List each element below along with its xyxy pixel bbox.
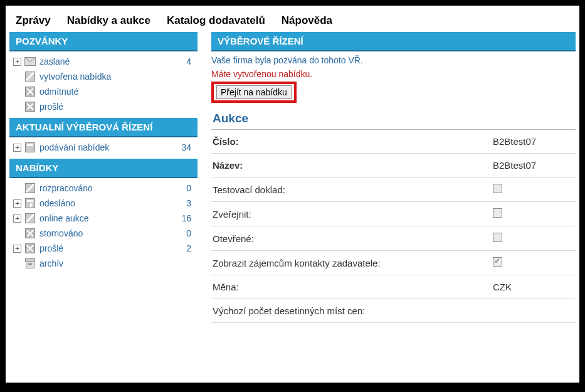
sidebar-item-pozvanky-3[interactable]: +prošlé (9, 99, 198, 114)
sidebar-section-nabidky-title: NABÍDKY (9, 159, 198, 178)
checkbox-3[interactable] (493, 208, 502, 218)
detail-value (493, 233, 574, 244)
detail-label: Číslo: (213, 136, 493, 147)
detail-row-0: Číslo:B2Btest07 (211, 130, 576, 154)
detail-label: Zobrazit zájemcům kontakty zadavatele: (213, 258, 493, 268)
sidebar-item-label: zaslané (40, 56, 186, 66)
doc-arrow-icon (24, 198, 36, 208)
sidebar-section-aktualni-title: AKTUALNÍ VÝBĚROVÁ ŘÍZENÍ (9, 118, 198, 137)
sidebar-item-nabidkySec-5[interactable]: +archív (9, 256, 198, 271)
status-line-2: Máte vytvořenou nabídku. (211, 69, 576, 79)
detail-value (493, 257, 574, 268)
sidebar-item-label: podávání nabídek (40, 142, 181, 152)
expand-icon[interactable]: + (13, 215, 21, 223)
detail-value (493, 184, 574, 195)
sidebar-item-pozvanky-2[interactable]: +odmítnuté (9, 84, 198, 99)
detail-value: B2Btest07 (493, 136, 574, 147)
detail-row-1: Název:B2Btest07 (211, 154, 576, 177)
sidebar: POZVÁNKY +zaslané4+vytvořena nabídka+odm… (9, 32, 198, 323)
sidebar-section-aktualni: +podávání nabídek34 (9, 140, 198, 155)
sidebar-item-label: rozpracováno (40, 183, 186, 193)
detail-row-6: Měna:CZK (211, 275, 576, 299)
svg-rect-25 (26, 262, 34, 268)
svg-rect-9 (26, 143, 35, 152)
detail-label: Měna: (213, 282, 493, 292)
sidebar-item-count: 2 (186, 243, 192, 253)
detail-value: B2Btest07 (493, 160, 574, 171)
expand-icon[interactable]: + (13, 58, 21, 66)
detail-rows: Číslo:B2Btest07Název:B2Btest07Testovací … (211, 130, 576, 323)
status-line-1: Vaše firma byla pozvána do tohoto VŘ. (211, 55, 576, 65)
sidebar-item-label: online aukce (40, 213, 181, 223)
sidebar-item-aktualni-0[interactable]: +podávání nabídek34 (9, 140, 198, 155)
doc-bar-icon (24, 142, 36, 152)
detail-value (493, 208, 574, 220)
main-panel: VÝBĚROVÉ ŘÍZENÍ Vaše firma byla pozvána … (211, 32, 579, 323)
detail-label: Zveřejnit: (213, 209, 493, 220)
svg-rect-14 (27, 200, 33, 202)
checkbox-5[interactable] (493, 257, 502, 267)
envelope-icon (24, 56, 36, 66)
detail-label: Název: (213, 160, 493, 171)
checkbox-4[interactable] (493, 233, 502, 242)
detail-row-7: Výchozí počet desetinných míst cen: (211, 299, 576, 323)
sidebar-item-nabidkySec-0[interactable]: +rozpracováno0 (9, 181, 198, 196)
sidebar-item-count: 4 (186, 56, 192, 66)
detail-label: Otevřené: (213, 233, 493, 244)
nav-zpravy[interactable]: Zprávy (16, 14, 51, 27)
expand-icon[interactable]: + (13, 245, 21, 253)
svg-rect-26 (28, 263, 32, 265)
top-nav: Zprávy Nabídky a aukce Katalog dodavatel… (6, 6, 579, 32)
detail-label: Výchozí počet desetinných míst cen: (213, 305, 493, 316)
detail-row-3: Zveřejnit: (211, 202, 576, 226)
sidebar-item-label: odesláno (40, 198, 186, 208)
sidebar-item-count: 0 (186, 183, 192, 193)
expand-icon[interactable]: + (13, 144, 21, 152)
sidebar-item-label: vytvořena nabídka (40, 72, 191, 82)
doc-diag-icon (24, 183, 36, 193)
checkbox-2[interactable] (493, 184, 502, 193)
nav-napoveda[interactable]: Nápověda (282, 14, 332, 27)
detail-value: CZK (493, 282, 574, 292)
x-box-icon (24, 228, 36, 238)
detail-row-4: Otevřené: (211, 226, 576, 251)
sidebar-item-pozvanky-1[interactable]: +vytvořena nabídka (9, 69, 198, 84)
sidebar-item-count: 3 (186, 198, 192, 208)
sidebar-item-label: archív (40, 258, 191, 268)
x-box-icon (24, 102, 36, 112)
expand-icon[interactable]: + (13, 199, 21, 208)
highlight-frame: Přejít na nabídku (211, 82, 297, 103)
sidebar-item-pozvanky-0[interactable]: +zaslané4 (9, 54, 198, 69)
sidebar-item-count: 0 (186, 228, 192, 238)
detail-row-5: Zobrazit zájemcům kontakty zadavatele: (211, 251, 576, 275)
app-window: Zprávy Nabídky a aukce Katalog dodavatel… (4, 4, 581, 384)
detail-row-2: Testovací doklad: (211, 177, 576, 202)
sidebar-item-label: stornováno (40, 228, 186, 238)
archive-icon (24, 258, 36, 268)
svg-rect-10 (27, 144, 33, 146)
sidebar-section-pozvanky: +zaslané4+vytvořena nabídka+odmítnuté+pr… (9, 54, 198, 114)
sidebar-section-nabidky: +rozpracováno0+odesláno3+online aukce16+… (9, 181, 198, 271)
doc-diag-icon (24, 213, 36, 223)
sidebar-item-label: odmítnuté (40, 87, 191, 97)
sidebar-item-label: prošlé (40, 243, 186, 253)
svg-rect-24 (26, 259, 35, 262)
doc-diag-icon (24, 72, 36, 82)
sidebar-item-nabidkySec-1[interactable]: +odesláno3 (9, 196, 198, 211)
nav-katalog[interactable]: Katalog dodavatelů (167, 14, 265, 27)
detail-label: Testovací doklad: (213, 184, 493, 195)
sidebar-item-nabidkySec-3[interactable]: +stornováno0 (9, 226, 198, 241)
nav-nabidky[interactable]: Nabídky a aukce (67, 14, 150, 27)
section-header-aukce: Aukce (211, 109, 576, 130)
sidebar-section-pozvanky-title: POZVÁNKY (9, 32, 198, 51)
x-box-icon (24, 243, 36, 253)
sidebar-item-count: 16 (181, 213, 192, 223)
sidebar-item-count: 34 (181, 142, 192, 152)
sidebar-item-label: prošlé (40, 102, 191, 112)
x-box-icon (24, 87, 36, 97)
main-title: VÝBĚROVÉ ŘÍZENÍ (211, 32, 576, 51)
sidebar-item-nabidkySec-4[interactable]: +prošlé2 (9, 241, 198, 256)
goto-offer-button[interactable]: Přejít na nabídku (216, 85, 292, 99)
sidebar-item-nabidkySec-2[interactable]: +online aukce16 (9, 211, 198, 226)
